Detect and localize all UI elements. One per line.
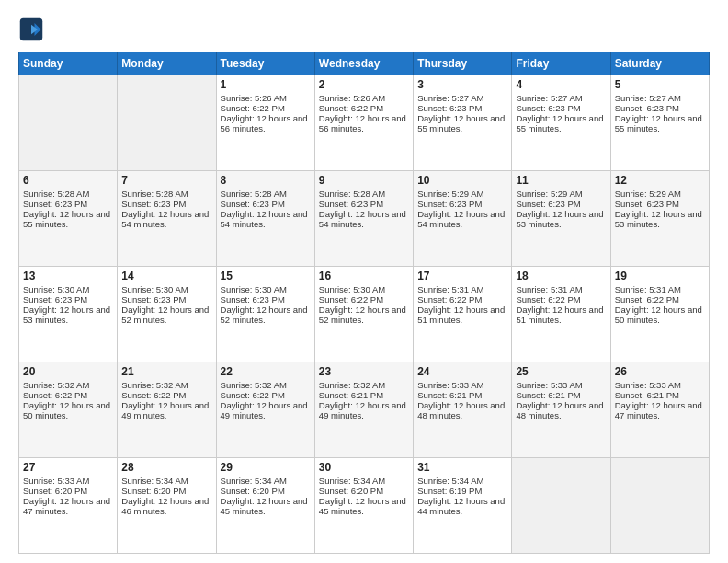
day-number: 27: [23, 461, 113, 474]
day-number: 28: [121, 461, 211, 474]
calendar-cell: 17Sunrise: 5:31 AMSunset: 6:22 PMDayligh…: [414, 267, 512, 362]
cell-content: Sunrise: 5:26 AM: [221, 93, 311, 103]
cell-content: Sunset: 6:22 PM: [319, 103, 409, 113]
cell-content: Sunrise: 5:33 AM: [23, 476, 113, 486]
week-row: 27Sunrise: 5:33 AMSunset: 6:20 PMDayligh…: [19, 458, 710, 554]
day-number: 21: [121, 365, 211, 378]
calendar-cell: 13Sunrise: 5:30 AMSunset: 6:23 PMDayligh…: [19, 267, 118, 362]
calendar-cell: 28Sunrise: 5:34 AMSunset: 6:20 PMDayligh…: [118, 458, 216, 554]
day-number: 7: [121, 174, 211, 187]
cell-content: Sunset: 6:22 PM: [516, 294, 606, 304]
calendar-cell: 11Sunrise: 5:29 AMSunset: 6:23 PMDayligh…: [512, 171, 610, 267]
cell-content: Daylight: 12 hours and 55 minutes.: [516, 113, 606, 133]
cell-content: Sunrise: 5:30 AM: [221, 284, 311, 294]
cell-content: Daylight: 12 hours and 51 minutes.: [516, 304, 606, 325]
cell-content: Sunrise: 5:30 AM: [319, 284, 409, 294]
logo-icon: [18, 17, 44, 42]
calendar-cell: [19, 75, 118, 171]
calendar-cell: 27Sunrise: 5:33 AMSunset: 6:20 PMDayligh…: [19, 458, 118, 554]
cell-content: Sunset: 6:21 PM: [319, 390, 409, 400]
cell-content: Sunrise: 5:31 AM: [615, 284, 705, 294]
day-number: 20: [23, 365, 113, 378]
calendar-body: 1Sunrise: 5:26 AMSunset: 6:22 PMDaylight…: [19, 75, 710, 554]
day-number: 6: [23, 174, 113, 187]
cell-content: Sunrise: 5:31 AM: [516, 284, 606, 294]
cell-content: Daylight: 12 hours and 49 minutes.: [319, 400, 409, 420]
day-number: 8: [221, 174, 311, 187]
cell-content: Daylight: 12 hours and 51 minutes.: [417, 304, 507, 325]
day-number: 5: [615, 78, 705, 91]
calendar-cell: 4Sunrise: 5:27 AMSunset: 6:23 PMDaylight…: [512, 75, 610, 171]
weekday-header: Sunday: [19, 52, 118, 75]
cell-content: Daylight: 12 hours and 52 minutes.: [319, 304, 409, 325]
calendar-cell: 15Sunrise: 5:30 AMSunset: 6:23 PMDayligh…: [216, 267, 314, 362]
calendar-cell: 7Sunrise: 5:28 AMSunset: 6:23 PMDaylight…: [118, 171, 216, 267]
day-number: 10: [417, 174, 507, 187]
cell-content: Sunset: 6:23 PM: [121, 294, 211, 304]
cell-content: Daylight: 12 hours and 55 minutes.: [23, 209, 113, 229]
day-number: 3: [417, 78, 507, 91]
cell-content: Sunset: 6:23 PM: [417, 103, 507, 113]
day-number: 4: [516, 78, 606, 91]
day-number: 19: [615, 270, 705, 282]
day-number: 23: [319, 365, 409, 378]
cell-content: Sunrise: 5:28 AM: [221, 189, 311, 199]
calendar-header: SundayMondayTuesdayWednesdayThursdayFrid…: [19, 52, 710, 75]
cell-content: Sunrise: 5:32 AM: [319, 380, 409, 390]
calendar-cell: 23Sunrise: 5:32 AMSunset: 6:21 PMDayligh…: [314, 362, 413, 458]
cell-content: Sunrise: 5:29 AM: [615, 189, 705, 199]
day-number: 12: [615, 174, 705, 187]
cell-content: Sunrise: 5:30 AM: [23, 284, 113, 294]
cell-content: Sunset: 6:23 PM: [221, 294, 311, 304]
cell-content: Sunset: 6:21 PM: [417, 390, 507, 400]
cell-content: Daylight: 12 hours and 44 minutes.: [417, 496, 507, 516]
cell-content: Sunrise: 5:34 AM: [121, 476, 211, 486]
calendar-cell: 21Sunrise: 5:32 AMSunset: 6:22 PMDayligh…: [118, 362, 216, 458]
day-number: 25: [516, 365, 606, 378]
cell-content: Sunset: 6:23 PM: [516, 199, 606, 209]
page: SundayMondayTuesdayWednesdayThursdayFrid…: [0, 0, 728, 563]
cell-content: Sunset: 6:22 PM: [615, 294, 705, 304]
cell-content: Sunset: 6:23 PM: [121, 199, 211, 209]
cell-content: Sunset: 6:22 PM: [23, 390, 113, 400]
cell-content: Daylight: 12 hours and 52 minutes.: [121, 304, 211, 325]
cell-content: Sunrise: 5:27 AM: [417, 93, 507, 103]
day-number: 16: [319, 270, 409, 282]
weekday-row: SundayMondayTuesdayWednesdayThursdayFrid…: [19, 52, 710, 75]
cell-content: Daylight: 12 hours and 56 minutes.: [319, 113, 409, 133]
calendar-cell: 8Sunrise: 5:28 AMSunset: 6:23 PMDaylight…: [216, 171, 314, 267]
calendar-cell: 24Sunrise: 5:33 AMSunset: 6:21 PMDayligh…: [414, 362, 512, 458]
calendar-cell: [610, 458, 709, 554]
calendar-cell: 19Sunrise: 5:31 AMSunset: 6:22 PMDayligh…: [610, 267, 709, 362]
day-number: 29: [221, 461, 311, 474]
cell-content: Sunrise: 5:29 AM: [417, 189, 507, 199]
week-row: 13Sunrise: 5:30 AMSunset: 6:23 PMDayligh…: [19, 267, 710, 362]
weekday-header: Friday: [512, 52, 610, 75]
cell-content: Sunrise: 5:28 AM: [121, 189, 211, 199]
cell-content: Daylight: 12 hours and 53 minutes.: [23, 304, 113, 325]
calendar-cell: 5Sunrise: 5:27 AMSunset: 6:23 PMDaylight…: [610, 75, 709, 171]
cell-content: Daylight: 12 hours and 45 minutes.: [221, 496, 311, 516]
cell-content: Daylight: 12 hours and 49 minutes.: [221, 400, 311, 420]
cell-content: Daylight: 12 hours and 54 minutes.: [417, 209, 507, 229]
cell-content: Sunrise: 5:33 AM: [417, 380, 507, 390]
weekday-header: Monday: [118, 52, 216, 75]
calendar-cell: [512, 458, 610, 554]
cell-content: Sunset: 6:23 PM: [417, 199, 507, 209]
cell-content: Sunset: 6:20 PM: [319, 486, 409, 496]
week-row: 1Sunrise: 5:26 AMSunset: 6:22 PMDaylight…: [19, 75, 710, 171]
calendar-cell: 20Sunrise: 5:32 AMSunset: 6:22 PMDayligh…: [19, 362, 118, 458]
day-number: 14: [121, 270, 211, 282]
day-number: 11: [516, 174, 606, 187]
cell-content: Daylight: 12 hours and 52 minutes.: [221, 304, 311, 325]
calendar-cell: 16Sunrise: 5:30 AMSunset: 6:22 PMDayligh…: [314, 267, 413, 362]
day-number: 2: [319, 78, 409, 91]
cell-content: Sunrise: 5:27 AM: [516, 93, 606, 103]
cell-content: Daylight: 12 hours and 54 minutes.: [221, 209, 311, 229]
cell-content: Sunset: 6:23 PM: [516, 103, 606, 113]
cell-content: Sunset: 6:23 PM: [23, 294, 113, 304]
day-number: 31: [417, 461, 507, 474]
cell-content: Sunset: 6:23 PM: [615, 103, 705, 113]
day-number: 22: [221, 365, 311, 378]
calendar-cell: 31Sunrise: 5:34 AMSunset: 6:19 PMDayligh…: [414, 458, 512, 554]
